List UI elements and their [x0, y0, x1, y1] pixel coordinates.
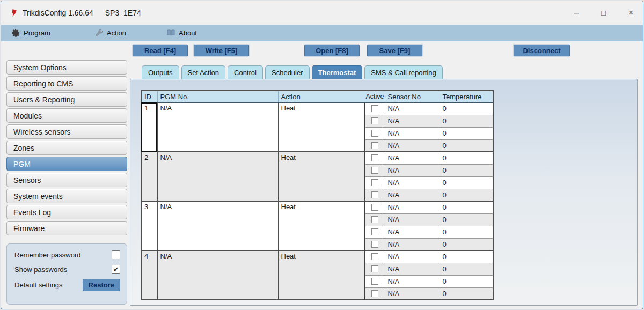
remember-password-checkbox[interactable] [112, 250, 120, 259]
cell-temperature[interactable]: 0 [440, 250, 493, 263]
active-checkbox[interactable] [371, 228, 378, 235]
menu-about[interactable]: About [159, 25, 204, 41]
active-checkbox[interactable] [371, 179, 378, 186]
sidebar-item-firmware[interactable]: Firmware [6, 221, 127, 235]
disconnect-button[interactable]: Disconnect [514, 45, 570, 56]
sidebar-item-modules[interactable]: Modules [6, 108, 127, 123]
cell-sensor-no[interactable]: N/A [385, 238, 440, 250]
active-checkbox[interactable] [371, 241, 378, 248]
show-passwords-checkbox[interactable]: ✔ [112, 265, 120, 274]
cell-temperature[interactable]: 0 [440, 189, 493, 201]
active-checkbox[interactable] [371, 117, 378, 124]
cell-temperature[interactable]: 0 [440, 176, 493, 189]
cell-sensor-no[interactable]: N/A [385, 139, 440, 152]
cell-temperature[interactable]: 0 [440, 127, 493, 139]
cell-id[interactable]: 3 [141, 201, 157, 250]
cell-sensor-no[interactable]: N/A [385, 287, 440, 300]
cell-sensor-no[interactable]: N/A [385, 127, 440, 139]
menu-program[interactable]: Program [4, 25, 58, 41]
active-checkbox[interactable] [371, 105, 378, 112]
tab-sms-call-reporting[interactable]: SMS & Call reporting [364, 65, 442, 79]
cell-temperature[interactable]: 0 [440, 213, 493, 226]
sidebar-item-events-log[interactable]: Events Log [6, 205, 127, 219]
cell-id[interactable]: 1 [141, 102, 157, 152]
cell-action[interactable]: Heat [278, 152, 365, 201]
save-button[interactable]: Save [F9] [367, 45, 422, 56]
active-checkbox[interactable] [371, 216, 378, 223]
open-button[interactable]: Open [F8] [304, 45, 360, 56]
sidebar-item-system-options[interactable]: System Options [6, 60, 127, 75]
cell-sensor-no[interactable]: N/A [385, 115, 440, 127]
cell-id[interactable]: 4 [141, 250, 157, 300]
cell-temperature[interactable]: 0 [440, 201, 493, 213]
restore-button[interactable]: Restore [83, 279, 120, 291]
tab-set-action[interactable]: Set Action [181, 65, 226, 79]
cell-pgm-no[interactable]: N/A [157, 102, 278, 152]
cell-temperature[interactable]: 0 [440, 102, 493, 115]
tab-control[interactable]: Control [228, 65, 263, 79]
maximize-button[interactable]: □ [601, 9, 605, 17]
read-button[interactable]: Read [F4] [133, 45, 188, 56]
active-checkbox[interactable] [371, 265, 378, 272]
cell-sensor-no[interactable]: N/A [385, 213, 440, 226]
cell-sensor-no[interactable]: N/A [385, 275, 440, 287]
tab-thermostat[interactable]: Thermostat [312, 65, 363, 79]
cell-sensor-no[interactable]: N/A [385, 176, 440, 189]
cell-temperature[interactable]: 0 [440, 287, 493, 300]
cell-sensor-no[interactable]: N/A [385, 250, 440, 263]
cell-action[interactable]: Heat [278, 102, 365, 152]
column-header-active: Active [365, 91, 385, 102]
sidebar-item-label: Modules [13, 112, 42, 120]
cell-pgm-no[interactable]: N/A [157, 201, 278, 250]
active-checkbox[interactable] [371, 253, 378, 260]
cell-temperature[interactable]: 0 [440, 164, 493, 176]
write-button[interactable]: Write [F5] [194, 45, 249, 56]
active-checkbox[interactable] [371, 191, 378, 198]
cell-temperature[interactable]: 0 [440, 275, 493, 287]
cell-pgm-no[interactable]: N/A [157, 250, 278, 300]
cell-temperature[interactable]: 0 [440, 139, 493, 152]
cell-sensor-no[interactable]: N/A [385, 152, 440, 164]
tab-label: Control [234, 69, 257, 77]
cell-sensor-no[interactable]: N/A [385, 201, 440, 213]
cell-sensor-no[interactable]: N/A [385, 164, 440, 176]
cell-sensor-no[interactable]: N/A [385, 189, 440, 201]
remember-password-label: Remember password [14, 251, 81, 259]
cell-active [365, 102, 385, 115]
active-checkbox[interactable] [371, 204, 378, 211]
cell-action[interactable]: Heat [278, 201, 365, 250]
active-checkbox[interactable] [371, 290, 378, 297]
sidebar-item-sensors[interactable]: Sensors [6, 173, 127, 187]
cell-sensor-no[interactable]: N/A [385, 226, 440, 238]
sidebar-item-system-events[interactable]: System events [6, 189, 127, 203]
tab-scheduler[interactable]: Scheduler [265, 65, 310, 79]
menu-action-label: Action [107, 29, 126, 37]
tab-outputs[interactable]: Outputs [142, 65, 179, 79]
sidebar-item-zones[interactable]: Zones [6, 141, 127, 155]
active-checkbox[interactable] [371, 142, 378, 149]
active-checkbox[interactable] [371, 130, 378, 137]
cell-active [365, 139, 385, 152]
menu-action[interactable]: Action [87, 25, 134, 41]
active-checkbox[interactable] [371, 278, 378, 285]
sidebar-item-label: System Options [13, 63, 67, 72]
cell-temperature[interactable]: 0 [440, 115, 493, 127]
cell-id[interactable]: 2 [141, 152, 157, 201]
active-checkbox[interactable] [371, 154, 378, 161]
cell-temperature[interactable]: 0 [440, 238, 493, 250]
cell-action[interactable]: Heat [278, 250, 365, 300]
sidebar-item-wireless-sensors[interactable]: Wireless sensors [6, 124, 127, 139]
active-checkbox[interactable] [371, 167, 378, 174]
cell-temperature[interactable]: 0 [440, 152, 493, 164]
cell-pgm-no[interactable]: N/A [157, 152, 278, 201]
cell-temperature[interactable]: 0 [440, 226, 493, 238]
minimize-button[interactable]: – [574, 9, 579, 17]
cell-active [365, 263, 385, 275]
cell-sensor-no[interactable]: N/A [385, 263, 440, 275]
cell-sensor-no[interactable]: N/A [385, 102, 440, 115]
close-button[interactable]: × [628, 9, 633, 17]
cell-temperature[interactable]: 0 [440, 263, 493, 275]
sidebar-item-pgm[interactable]: PGM [6, 157, 127, 171]
sidebar-item-users-reporting[interactable]: Users & Reporting [6, 92, 127, 107]
sidebar-item-reporting-to-cms[interactable]: Reporting to CMS [6, 76, 127, 91]
